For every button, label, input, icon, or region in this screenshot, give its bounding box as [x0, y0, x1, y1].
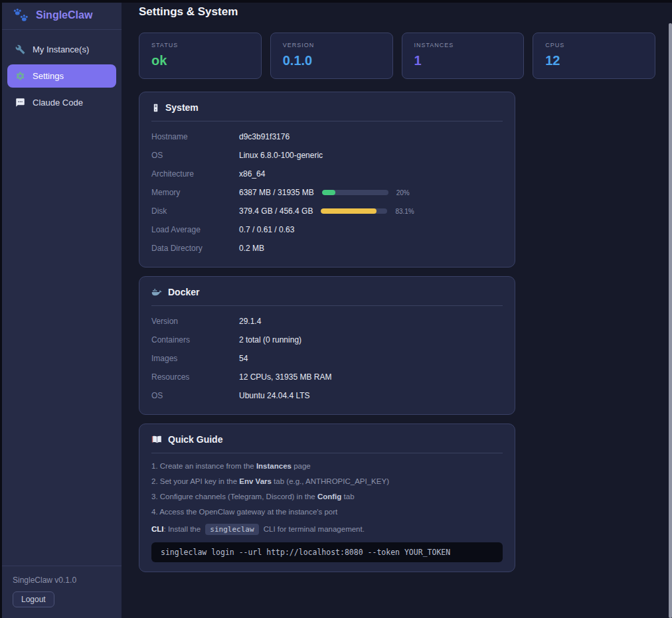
system-card-body: Hostname d9c3b91f3176 OS Linux 6.8.0-100…: [151, 121, 503, 258]
info-label: OS: [151, 391, 239, 400]
info-row-resources: Resources 12 CPUs, 31935 MB RAM: [151, 368, 503, 386]
stat-value: 1: [414, 53, 512, 68]
docker-card-body: Version 29.1.4 Containers 2 total (0 run…: [151, 306, 503, 405]
open-book-icon: [151, 435, 163, 444]
app-version-text: SingleClaw v0.1.0: [13, 576, 111, 585]
info-value: 0.2 MB: [239, 244, 264, 253]
stat-value: 0.1.0: [283, 53, 380, 68]
info-value: Ubuntu 24.04.4 LTS: [239, 391, 310, 400]
quick-guide-card: Quick Guide 1. Create an instance from t…: [139, 424, 515, 572]
info-label: Images: [151, 354, 239, 363]
info-row-os: OS Linux 6.8.0-100-generic: [151, 146, 503, 165]
info-row-docker-version: Version 29.1.4: [151, 312, 503, 331]
info-value: 0.7 / 0.61 / 0.63: [239, 225, 294, 234]
info-label: Load Average: [151, 225, 239, 234]
sidebar-footer: SingleClaw v0.1.0 Logout: [2, 566, 122, 618]
system-card-title: System: [165, 102, 199, 113]
stat-value: 12: [545, 53, 643, 68]
sidebar-item-label: Settings: [33, 71, 64, 81]
info-row-disk: Disk 379.4 GB / 456.4 GB 83.1%: [151, 202, 503, 220]
info-row-hostname: Hostname d9c3b91f3176: [151, 127, 503, 146]
sidebar-nav: My Instance(s) Settings Claude Code: [2, 30, 122, 566]
stat-label: CPUS: [545, 42, 643, 48]
docker-card-title: Docker: [168, 287, 199, 297]
info-label: Resources: [151, 372, 239, 382]
memory-usage-percent: 20%: [396, 189, 410, 196]
docker-card-header: Docker: [151, 287, 503, 306]
docker-whale-icon: [151, 287, 163, 297]
stat-card-status: STATUS ok: [139, 33, 262, 79]
guide-step-3: 3. Configure channels (Telegram, Discord…: [151, 493, 503, 501]
guide-step-4: 4. Access the OpenClaw gateway at the in…: [151, 508, 503, 516]
info-label: Hostname: [151, 132, 239, 141]
info-row-load-average: Load Average 0.7 / 0.61 / 0.63: [151, 220, 503, 239]
info-row-architecture: Architecture x86_64: [151, 165, 503, 183]
stat-label: STATUS: [151, 42, 249, 48]
sidebar-item-settings[interactable]: Settings: [7, 64, 116, 88]
sidebar-item-claude-code[interactable]: Claude Code: [7, 92, 116, 113]
info-value: x86_64: [239, 169, 265, 179]
memory-usage-bar: [322, 190, 388, 195]
info-row-containers: Containers 2 total (0 running): [151, 331, 503, 349]
cli-note: CLI: Install the singleclaw CLI for term…: [151, 525, 503, 534]
info-row-data-directory: Data Directory 0.2 MB: [151, 239, 503, 258]
stats-row: STATUS ok VERSION 0.1.0 INSTANCES 1 CPUS…: [139, 33, 655, 79]
info-value: 54: [239, 354, 248, 363]
guide-step-2: 2. Set your API key in the Env Vars tab …: [151, 477, 503, 485]
sidebar-item-label: My Instance(s): [33, 44, 89, 54]
info-label: Containers: [151, 335, 239, 345]
paw-logo-icon: [13, 7, 29, 23]
info-row-docker-os: OS Ubuntu 24.04.4 LTS: [151, 386, 503, 405]
docker-card: Docker Version 29.1.4 Containers 2 total…: [139, 276, 515, 415]
app-title: SingleClaw: [36, 9, 92, 21]
info-value: 6387 MB / 31935 MB: [239, 188, 314, 197]
info-row-memory: Memory 6387 MB / 31935 MB 20%: [151, 183, 503, 202]
info-value: 379.4 GB / 456.4 GB: [239, 206, 313, 216]
sidebar-item-label: Claude Code: [33, 98, 83, 108]
gear-icon: [15, 71, 25, 81]
system-card-header: System: [151, 102, 503, 121]
vertical-scrollbar[interactable]: [669, 23, 672, 618]
quick-guide-steps: 1. Create an instance from the Instances…: [151, 453, 503, 516]
stat-label: VERSION: [283, 42, 380, 48]
info-label: OS: [151, 151, 239, 160]
info-value: 2 total (0 running): [239, 335, 301, 345]
chat-bubble-icon: [15, 98, 25, 108]
inline-code-singleclaw: singleclaw: [205, 524, 258, 535]
logout-button[interactable]: Logout: [13, 591, 54, 607]
quick-guide-card-title: Quick Guide: [168, 434, 222, 445]
stat-card-cpus: CPUS 12: [533, 33, 655, 79]
sidebar-item-my-instances[interactable]: My Instance(s): [7, 39, 116, 60]
cli-login-command[interactable]: singleclaw login --url http://localhost:…: [151, 542, 503, 562]
info-value: 29.1.4: [239, 317, 261, 326]
info-value: Linux 6.8.0-100-generic: [239, 151, 323, 160]
info-label: Version: [151, 317, 239, 326]
info-label: Disk: [151, 206, 239, 216]
stat-value: ok: [151, 53, 249, 68]
quick-guide-card-header: Quick Guide: [151, 434, 503, 453]
info-value: 12 CPUs, 31935 MB RAM: [239, 372, 331, 382]
stat-label: INSTANCES: [414, 42, 512, 48]
system-card: System Hostname d9c3b91f3176 OS Linux 6.…: [139, 92, 515, 268]
info-row-images: Images 54: [151, 349, 503, 368]
page: SingleClaw My Instance(s) Settings: [0, 0, 672, 618]
info-label: Architecture: [151, 169, 239, 179]
info-label: Data Directory: [151, 244, 239, 253]
page-title: Settings & System: [139, 5, 672, 19]
sidebar: SingleClaw My Instance(s) Settings: [2, 3, 122, 618]
disk-usage-bar: [321, 208, 387, 214]
guide-step-1: 1. Create an instance from the Instances…: [151, 462, 503, 470]
wrench-icon: [15, 44, 25, 54]
app-logo-header: SingleClaw: [2, 3, 122, 30]
info-value: d9c3b91f3176: [239, 132, 290, 141]
main-content: Settings & System STATUS ok VERSION 0.1.…: [122, 3, 672, 618]
computer-tower-icon: [151, 103, 160, 113]
disk-usage-percent: 83.1%: [395, 208, 414, 215]
stat-card-instances: INSTANCES 1: [402, 33, 525, 79]
info-label: Memory: [151, 188, 239, 197]
stat-card-version: VERSION 0.1.0: [270, 33, 393, 79]
